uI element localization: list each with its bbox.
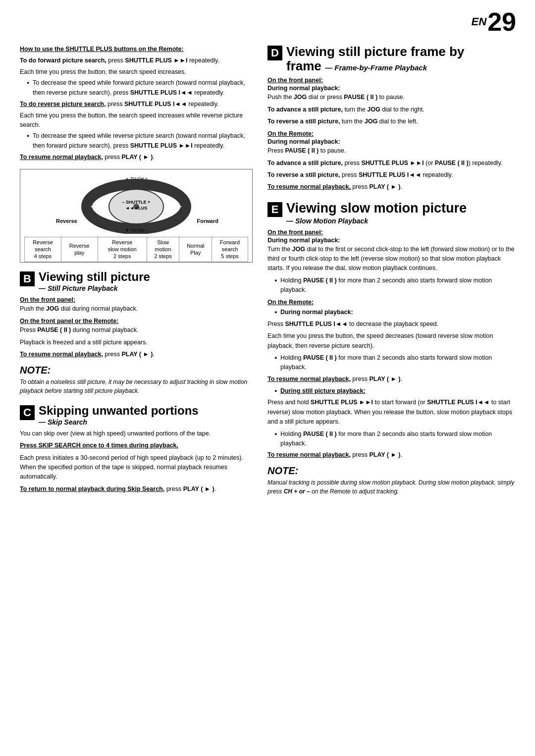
section-e-front-panel-label: On the front panel:	[268, 229, 515, 236]
section-e-still-bullet-1: Holding PAUSE ( II ) for more than 2 sec…	[274, 430, 515, 449]
section-d-remote-reverse: To reverse a still picture, press SHUTTL…	[268, 170, 515, 180]
section-c-skip-text: Each press initiates a 30-second period …	[20, 453, 253, 482]
forward-intro-bold: To do forward picture search,	[20, 57, 107, 64]
section-b-front-panel-label: On the front panel:	[20, 296, 253, 303]
page: EN 29 How to use the SHUTTLE PLUS button…	[0, 0, 535, 756]
section-e-resume1: To resume normal playback, press PLAY ( …	[268, 375, 515, 384]
section-e-still-text: Press and hold SHUTTLE PLUS ►►I to start…	[268, 398, 515, 427]
reverse-bullet-list: To decrease the speed while reverse pict…	[20, 131, 253, 151]
section-b-note-title: NOTE:	[20, 365, 253, 376]
page-header: EN 29	[472, 9, 516, 35]
section-b-header: B Viewing still picture — Still Picture …	[20, 270, 253, 292]
section-b-subtitle: — Still Picture Playback	[39, 284, 150, 292]
two-column-layout: How to use the SHUTTLE PLUS buttons on t…	[20, 45, 515, 505]
section-c-letter: C	[20, 405, 35, 420]
section-c-return: To return to normal playback during Skip…	[20, 485, 253, 494]
left-column: How to use the SHUTTLE PLUS buttons on t…	[20, 45, 253, 505]
section-e-title: Viewing slow motion picture	[286, 201, 467, 216]
section-b-front-or-remote-label: On the front panel or the Remote:	[20, 318, 253, 324]
shuttle-resume: To resume normal playback, press PLAY ( …	[20, 153, 253, 162]
forward-speed-note: Each time you press the button, the sear…	[20, 67, 253, 77]
svg-text:▼ TV CH –: ▼ TV CH –	[125, 228, 148, 233]
section-e-subtitle: — Slow Motion Playback	[286, 217, 467, 225]
section-c-title-text: Skipping unwanted portions — Skip Search	[39, 404, 199, 426]
table-cell-reverse-search: Reversesearch4 steps	[25, 237, 61, 262]
section-e-letter: E	[268, 202, 282, 217]
section-e-still-bullet-list: Holding PAUSE ( II ) for more than 2 sec…	[268, 430, 515, 449]
table-cell-reverse-slow: Reverseslow motion2 steps	[98, 237, 147, 262]
svg-text:►: ►	[176, 202, 183, 210]
section-e-remote-text1: Press SHUTTLE PLUS I◄◄ to decrease the p…	[268, 320, 515, 329]
section-d-title-text: Viewing still picture frame byframe — Fr…	[286, 45, 464, 73]
section-e-bullet-list-2: Holding PAUSE ( II ) for more than 2 sec…	[268, 353, 515, 373]
table-cell-forward-search: Forwardsearch5 steps	[212, 237, 248, 262]
section-d-remote-label: On the Remote:	[268, 130, 515, 137]
section-e-note-text: Manual tracking is possible during slow …	[268, 478, 515, 496]
section-e-bullet-1: Holding PAUSE ( II ) for more than 2 sec…	[274, 276, 515, 295]
section-b-note: NOTE: To obtain a noiseless still pictur…	[20, 365, 253, 395]
section-d-reverse-text: To reverse a still picture, turn the JOG…	[268, 117, 515, 126]
section-d-during-normal-label: During normal playback:	[268, 85, 515, 92]
section-d-resume: To resume normal playback, press PLAY ( …	[268, 182, 515, 192]
svg-text:◄◄ PLUS: ◄◄ PLUS	[125, 206, 147, 211]
section-b-pause-text: Press PAUSE ( II ) during normal playbac…	[20, 325, 253, 335]
section-c-header: C Skipping unwanted portions — Skip Sear…	[20, 404, 253, 426]
section-e-remote-label: On the Remote:	[268, 299, 515, 306]
section-e-bullet-2: Holding PAUSE ( II ) for more than 2 sec…	[274, 353, 515, 373]
section-d-letter: D	[268, 46, 282, 60]
reverse-intro-bold: To do reverse picture search,	[20, 101, 106, 108]
forward-decrease-bullet: To decrease the speed while forward pict…	[27, 78, 253, 98]
section-b-freeze-text: Playback is freezed and a still picture …	[20, 338, 253, 347]
shuttle-section: How to use the SHUTTLE PLUS buttons on t…	[20, 45, 253, 162]
table-cell-reverse-play: Reverseplay	[61, 237, 98, 262]
section-e-remote-during: During normal playback:	[274, 308, 515, 317]
section-d-advance-text: To advance a still picture, turn the JOG…	[268, 105, 515, 114]
section-e-note: NOTE: Manual tracking is possible during…	[268, 465, 515, 496]
shuttle-diagram: ▲ TV CH + – SHUTTLE + ◄◄ PLUS ◄	[20, 169, 253, 263]
section-e-note-title: NOTE:	[268, 465, 515, 477]
table-cell-slow-motion: Slowmotion2 steps	[147, 237, 179, 262]
section-c: C Skipping unwanted portions — Skip Sear…	[20, 404, 253, 494]
reverse-speed-note: Each time you press the button, the sear…	[20, 111, 253, 130]
svg-text:– SHUTTLE +: – SHUTTLE +	[122, 200, 151, 205]
en-label: EN	[472, 15, 487, 28]
section-b: B Viewing still picture — Still Picture …	[20, 270, 253, 395]
section-e-during-normal-label: During normal playback:	[268, 237, 515, 244]
section-b-front-panel-text: Push the JOG dial during normal playback…	[20, 304, 253, 314]
section-c-title: Skipping unwanted portions	[39, 404, 199, 417]
section-d-pause-text: Push the JOG dial or press PAUSE ( II ) …	[268, 93, 515, 102]
table-cell-normal-play: NormalPlay	[179, 237, 212, 262]
section-c-subtitle: — Skip Search	[39, 418, 199, 426]
forward-search-intro: To do forward picture search, press SHUT…	[20, 56, 253, 65]
section-d-title: Viewing still picture frame byframe — Fr…	[286, 45, 464, 73]
section-d-front-panel-label: On the front panel:	[268, 77, 515, 84]
section-b-title-text: Viewing still picture — Still Picture Pl…	[39, 270, 150, 292]
section-e-title-text: Viewing slow motion picture — Slow Motio…	[286, 201, 467, 225]
section-e: E Viewing slow motion picture — Slow Mot…	[268, 201, 515, 496]
shuttle-title: How to use the SHUTTLE PLUS buttons on t…	[20, 45, 253, 54]
section-d: D Viewing still picture frame byframe — …	[268, 45, 515, 192]
page-number: 29	[487, 9, 516, 35]
diagram-image: ▲ TV CH + – SHUTTLE + ◄◄ PLUS ◄	[24, 174, 248, 236]
section-e-still-label: During still picture playback:	[274, 386, 515, 396]
section-d-header: D Viewing still picture frame byframe — …	[268, 45, 515, 73]
section-b-title: Viewing still picture	[39, 270, 150, 283]
section-e-remote-text2: Each time you press the button, the spee…	[268, 331, 515, 351]
section-e-front-panel-text: Turn the JOG dial to the first or second…	[268, 245, 515, 273]
reverse-decrease-bullet: To decrease the speed while reverse pict…	[27, 131, 253, 151]
section-e-still-bullet: During still picture playback:	[268, 386, 515, 396]
section-e-header: E Viewing slow motion picture — Slow Mot…	[268, 201, 515, 225]
section-c-intro: You can skip over (view at high speed) u…	[20, 429, 253, 438]
section-e-resume2: To resume normal playback, press PLAY ( …	[268, 450, 515, 460]
section-c-skip-search: Press SKIP SEARCH once to 4 times during…	[20, 441, 253, 450]
reverse-search-intro: To do reverse picture search, press SHUT…	[20, 100, 253, 109]
section-b-letter: B	[20, 271, 35, 286]
svg-text:◄: ◄	[89, 202, 96, 210]
diagram-table: Reversesearch4 steps Reverseplay Reverse…	[24, 237, 248, 262]
section-d-remote-during-label: During normal playback:	[268, 138, 515, 145]
forward-bullet-list: To decrease the speed while forward pict…	[20, 78, 253, 98]
section-b-resume: To resume normal playback, press PLAY ( …	[20, 350, 253, 359]
section-d-remote-pause: Press PAUSE ( II ) to pause.	[268, 146, 515, 156]
section-e-remote-bullet-list: During normal playback:	[268, 308, 515, 317]
shuttle-title-text: How to use the SHUTTLE PLUS buttons on t…	[20, 46, 184, 53]
